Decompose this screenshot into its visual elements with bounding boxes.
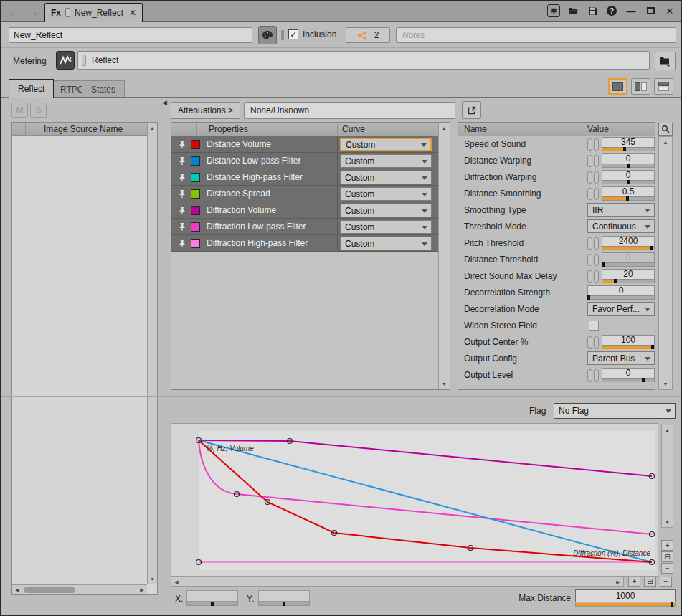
setting-slider[interactable] [602, 280, 655, 283]
pin-icon[interactable] [178, 140, 186, 151]
link-pill-icon[interactable] [594, 237, 599, 250]
curve-color-chip[interactable] [191, 156, 200, 166]
setting-value-field[interactable]: 0 [602, 252, 655, 263]
document-tab[interactable]: Fx New_Reflect ✕ [44, 3, 143, 22]
attenuations-menu-button[interactable]: Attenuations > [171, 102, 240, 119]
y-coordinate-field[interactable]: - [258, 590, 310, 602]
rtpc-pill-icon[interactable] [587, 270, 592, 283]
setting-slider[interactable] [587, 296, 655, 300]
setting-value-field[interactable]: 0 [602, 153, 655, 164]
browse-button[interactable] [655, 52, 676, 70]
nav-forward-icon[interactable]: → [28, 6, 39, 18]
pin-icon[interactable] [178, 156, 186, 168]
curve-type-dropdown[interactable]: Custom [340, 204, 432, 217]
setting-slider[interactable] [602, 164, 655, 168]
curve-row[interactable]: Diffraction Low-pass FilterCustom [171, 219, 438, 235]
setting-value-field[interactable]: 0 [602, 368, 655, 379]
search-properties-button[interactable] [658, 123, 673, 136]
link-pill-icon[interactable] [594, 336, 599, 349]
graph-zoom-in-h-button[interactable]: + [628, 577, 640, 587]
setting-slider[interactable] [602, 263, 655, 267]
setting-dropdown[interactable]: IIR [587, 203, 655, 217]
curve-row[interactable]: Diffraction High-pass FilterCustom [171, 235, 438, 252]
curve-color-chip[interactable] [191, 140, 200, 149]
open-folder-icon[interactable] [567, 4, 579, 17]
rtpc-pill-icon[interactable] [587, 188, 592, 200]
setting-slider[interactable] [602, 148, 655, 151]
maximize-button[interactable] [644, 4, 657, 17]
setting-dropdown[interactable]: Parent Bus [587, 351, 655, 365]
link-pill-icon[interactable] [594, 254, 599, 266]
curve-color-chip[interactable] [191, 239, 200, 248]
tab-close-icon[interactable]: ✕ [129, 8, 136, 18]
open-in-editor-button[interactable] [462, 101, 481, 119]
save-icon[interactable] [586, 4, 599, 17]
setting-slider[interactable] [602, 197, 655, 201]
rtpc-pill-icon[interactable] [587, 138, 592, 151]
curve-type-dropdown[interactable]: Custom [340, 154, 432, 168]
curve-type-dropdown[interactable]: Custom [340, 187, 432, 201]
graph-zoom-fit-h-button[interactable]: ⊟ [644, 577, 656, 587]
curve-type-dropdown[interactable]: Custom [340, 138, 432, 151]
setting-dropdown[interactable]: Favor Perf... [587, 302, 655, 316]
graph-zoom-out-h-button[interactable]: − [660, 577, 672, 587]
curve-color-chip[interactable] [191, 222, 200, 232]
curve-row[interactable]: Diffraction VolumeCustom [171, 202, 438, 219]
max-distance-slider[interactable] [575, 603, 676, 607]
object-name-input[interactable] [9, 27, 252, 43]
pin-icon[interactable] [178, 206, 186, 217]
rtpc-pill-icon[interactable] [587, 369, 592, 382]
setting-slider[interactable] [602, 247, 655, 250]
color-palette-button[interactable] [258, 26, 277, 44]
curve-row[interactable]: Distance Low-pass FilterCustom [171, 153, 438, 169]
curve-type-dropdown[interactable]: Custom [340, 237, 432, 250]
tab-reflect[interactable]: Reflect [9, 79, 54, 98]
curve-type-dropdown[interactable]: Custom [340, 171, 432, 184]
setting-slider[interactable] [602, 379, 655, 382]
layout-single-button[interactable] [608, 78, 627, 95]
help-icon[interactable]: ? [607, 6, 617, 16]
rtpc-pill-icon[interactable] [587, 254, 592, 266]
setting-value-field[interactable]: 2400 [602, 236, 655, 247]
graph-hscrollbar[interactable]: ◀ ▶ [171, 577, 624, 587]
collapse-panel-icon[interactable]: ◀ [162, 99, 167, 106]
setting-value-field[interactable]: 0 [587, 285, 655, 296]
nav-back-icon[interactable]: ← [9, 6, 19, 18]
setting-value-field[interactable]: 345 [602, 137, 655, 148]
curve-row[interactable]: Distance High-pass FilterCustom [171, 169, 438, 186]
link-pill-icon[interactable] [594, 369, 599, 382]
flag-dropdown[interactable]: No Flag [554, 403, 676, 419]
minimize-button[interactable]: — [625, 4, 638, 17]
layout-split-vertical-button[interactable] [631, 78, 650, 95]
graph-zoom-fit-v-button[interactable]: ⊟ [661, 551, 673, 562]
link-pill-icon[interactable] [594, 171, 599, 184]
solo-button[interactable]: S [30, 103, 47, 118]
setting-value-field[interactable]: 0.5 [602, 186, 655, 197]
setting-checkbox[interactable] [589, 321, 599, 331]
graph-zoom-in-v-button[interactable]: + [661, 540, 673, 551]
metering-target-field[interactable]: Reflect [77, 51, 650, 70]
curves-vscrollbar[interactable]: ▲ ▼ [438, 123, 450, 389]
curve-color-chip[interactable] [191, 173, 200, 182]
attenuation-preset-field[interactable]: None/Unknown [244, 102, 455, 119]
link-pill-icon[interactable] [594, 188, 599, 200]
rtpc-pill-icon[interactable] [587, 155, 592, 167]
rtpc-pill-icon[interactable] [587, 336, 592, 349]
settings-vscrollbar[interactable]: ▲ ▼ [658, 136, 673, 390]
pin-icon[interactable] [178, 189, 186, 201]
link-pill-icon[interactable] [594, 138, 599, 151]
rtpc-pill-icon[interactable] [587, 171, 592, 184]
link-pill-icon[interactable] [594, 270, 599, 283]
graph-zoom-out-v-button[interactable]: − [661, 563, 673, 574]
metering-icon[interactable] [56, 51, 75, 70]
setting-value-field[interactable]: 20 [602, 269, 655, 280]
pin-icon[interactable] [178, 222, 186, 234]
image-source-hscrollbar[interactable]: ◀ ▶ [12, 584, 147, 594]
curve-color-chip[interactable] [191, 189, 200, 199]
image-source-vscrollbar[interactable]: ▲ ▼ [147, 123, 157, 584]
setting-dropdown[interactable]: Continuous [587, 219, 655, 233]
attenuation-curve-graph[interactable]: %, Hz, VolumeDiffraction (%), Distance [171, 423, 658, 577]
setting-value-field[interactable]: 0 [602, 170, 655, 181]
notes-input[interactable] [396, 27, 676, 43]
shared-references-button[interactable]: 2 [346, 27, 390, 43]
